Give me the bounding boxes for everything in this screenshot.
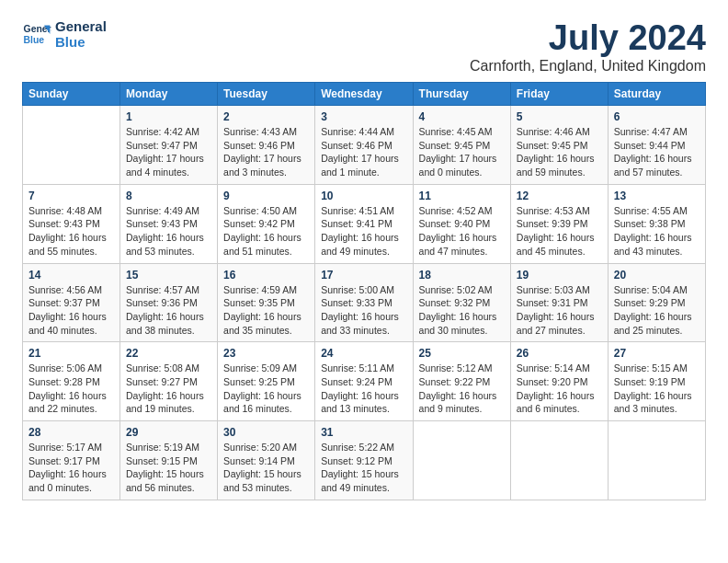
day-info: Sunrise: 5:12 AM Sunset: 9:22 PM Dayligh… — [419, 362, 505, 416]
calendar-cell: 27Sunrise: 5:15 AM Sunset: 9:19 PM Dayli… — [608, 342, 705, 421]
day-info: Sunrise: 4:47 AM Sunset: 9:44 PM Dayligh… — [614, 125, 700, 179]
calendar-cell: 14Sunrise: 4:56 AM Sunset: 9:37 PM Dayli… — [23, 263, 120, 342]
logo-line1: General — [55, 18, 107, 34]
day-info: Sunrise: 4:59 AM Sunset: 9:35 PM Dayligh… — [223, 283, 309, 338]
day-number: 23 — [223, 347, 309, 360]
calendar-week-2: 7Sunrise: 4:48 AM Sunset: 9:43 PM Daylig… — [23, 184, 706, 263]
day-number: 4 — [419, 110, 505, 123]
calendar-cell: 21Sunrise: 5:06 AM Sunset: 9:28 PM Dayli… — [23, 342, 120, 421]
calendar-cell: 15Sunrise: 4:57 AM Sunset: 9:36 PM Dayli… — [120, 263, 218, 342]
location-label: Carnforth, England, United Kingdom — [470, 58, 706, 75]
calendar-cell: 12Sunrise: 4:53 AM Sunset: 9:39 PM Dayli… — [510, 184, 608, 263]
day-number: 26 — [517, 347, 602, 360]
day-info: Sunrise: 4:57 AM Sunset: 9:36 PM Dayligh… — [126, 283, 211, 338]
calendar-cell: 5Sunrise: 4:46 AM Sunset: 9:45 PM Daylig… — [510, 106, 608, 185]
day-number: 19 — [517, 269, 602, 282]
calendar-week-5: 28Sunrise: 5:17 AM Sunset: 9:17 PM Dayli… — [23, 421, 706, 500]
day-number: 5 — [517, 110, 602, 123]
day-number: 8 — [126, 190, 211, 202]
calendar-week-1: 1Sunrise: 4:42 AM Sunset: 9:47 PM Daylig… — [23, 106, 706, 185]
day-number: 21 — [28, 347, 114, 360]
day-info: Sunrise: 5:03 AM Sunset: 9:31 PM Dayligh… — [517, 283, 602, 338]
day-number: 18 — [419, 269, 505, 282]
header-cell-sunday: Sunday — [23, 83, 120, 106]
header: General Blue General Blue July 2024 Carn… — [22, 18, 706, 75]
day-number: 17 — [321, 269, 406, 282]
day-info: Sunrise: 5:20 AM Sunset: 9:14 PM Dayligh… — [223, 441, 309, 495]
calendar-table: SundayMondayTuesdayWednesdayThursdayFrid… — [22, 82, 706, 500]
logo-line2: Blue — [55, 34, 107, 50]
day-number: 11 — [419, 190, 505, 202]
calendar-cell: 18Sunrise: 5:02 AM Sunset: 9:32 PM Dayli… — [413, 263, 510, 342]
calendar-cell: 29Sunrise: 5:19 AM Sunset: 9:15 PM Dayli… — [120, 421, 218, 500]
day-number: 16 — [223, 269, 309, 282]
day-info: Sunrise: 5:11 AM Sunset: 9:24 PM Dayligh… — [321, 362, 406, 416]
header-cell-friday: Friday — [510, 83, 608, 106]
day-number: 30 — [223, 426, 309, 439]
header-cell-monday: Monday — [120, 83, 218, 106]
day-info: Sunrise: 5:08 AM Sunset: 9:27 PM Dayligh… — [126, 362, 211, 416]
calendar-cell: 13Sunrise: 4:55 AM Sunset: 9:38 PM Dayli… — [608, 184, 705, 263]
day-info: Sunrise: 4:49 AM Sunset: 9:43 PM Dayligh… — [126, 204, 211, 259]
calendar-header-row: SundayMondayTuesdayWednesdayThursdayFrid… — [23, 83, 706, 106]
day-info: Sunrise: 4:52 AM Sunset: 9:40 PM Dayligh… — [419, 204, 505, 259]
header-cell-thursday: Thursday — [413, 83, 510, 106]
month-year-title: July 2024 — [470, 18, 706, 58]
day-info: Sunrise: 5:00 AM Sunset: 9:33 PM Dayligh… — [321, 283, 406, 338]
day-number: 20 — [614, 269, 700, 282]
calendar-week-4: 21Sunrise: 5:06 AM Sunset: 9:28 PM Dayli… — [23, 342, 706, 421]
day-info: Sunrise: 4:50 AM Sunset: 9:42 PM Dayligh… — [223, 204, 309, 259]
day-number: 6 — [614, 110, 700, 123]
calendar-cell: 22Sunrise: 5:08 AM Sunset: 9:27 PM Dayli… — [120, 342, 218, 421]
day-info: Sunrise: 4:46 AM Sunset: 9:45 PM Dayligh… — [517, 125, 602, 179]
calendar-cell: 19Sunrise: 5:03 AM Sunset: 9:31 PM Dayli… — [510, 263, 608, 342]
calendar-cell: 6Sunrise: 4:47 AM Sunset: 9:44 PM Daylig… — [608, 106, 705, 185]
day-number: 29 — [126, 426, 211, 439]
calendar-cell: 1Sunrise: 4:42 AM Sunset: 9:47 PM Daylig… — [120, 106, 218, 185]
day-number: 31 — [321, 426, 406, 439]
logo-icon: General Blue — [22, 19, 51, 49]
day-number: 27 — [614, 347, 700, 360]
header-cell-saturday: Saturday — [608, 83, 705, 106]
calendar-cell — [608, 421, 705, 500]
calendar-cell: 9Sunrise: 4:50 AM Sunset: 9:42 PM Daylig… — [218, 184, 315, 263]
day-info: Sunrise: 5:15 AM Sunset: 9:19 PM Dayligh… — [614, 362, 700, 416]
calendar-week-3: 14Sunrise: 4:56 AM Sunset: 9:37 PM Dayli… — [23, 263, 706, 342]
day-info: Sunrise: 4:48 AM Sunset: 9:43 PM Dayligh… — [28, 204, 114, 259]
day-number: 24 — [321, 347, 406, 360]
calendar-cell: 17Sunrise: 5:00 AM Sunset: 9:33 PM Dayli… — [315, 263, 413, 342]
calendar-cell: 7Sunrise: 4:48 AM Sunset: 9:43 PM Daylig… — [23, 184, 120, 263]
header-cell-tuesday: Tuesday — [218, 83, 315, 106]
day-info: Sunrise: 4:44 AM Sunset: 9:46 PM Dayligh… — [321, 125, 406, 179]
day-info: Sunrise: 5:22 AM Sunset: 9:12 PM Dayligh… — [321, 441, 406, 495]
day-info: Sunrise: 4:43 AM Sunset: 9:46 PM Dayligh… — [223, 125, 309, 179]
calendar-cell — [413, 421, 510, 500]
day-info: Sunrise: 5:09 AM Sunset: 9:25 PM Dayligh… — [223, 362, 309, 416]
calendar-cell: 26Sunrise: 5:14 AM Sunset: 9:20 PM Dayli… — [510, 342, 608, 421]
calendar-cell: 23Sunrise: 5:09 AM Sunset: 9:25 PM Dayli… — [218, 342, 315, 421]
day-number: 15 — [126, 269, 211, 282]
day-info: Sunrise: 5:04 AM Sunset: 9:29 PM Dayligh… — [614, 283, 700, 338]
calendar-cell: 28Sunrise: 5:17 AM Sunset: 9:17 PM Dayli… — [23, 421, 120, 500]
svg-text:Blue: Blue — [24, 35, 45, 45]
calendar-cell: 25Sunrise: 5:12 AM Sunset: 9:22 PM Dayli… — [413, 342, 510, 421]
calendar-cell — [510, 421, 608, 500]
day-info: Sunrise: 5:14 AM Sunset: 9:20 PM Dayligh… — [517, 362, 602, 416]
calendar-cell: 24Sunrise: 5:11 AM Sunset: 9:24 PM Dayli… — [315, 342, 413, 421]
day-info: Sunrise: 4:42 AM Sunset: 9:47 PM Dayligh… — [126, 125, 211, 179]
day-number: 3 — [321, 110, 406, 123]
day-info: Sunrise: 4:56 AM Sunset: 9:37 PM Dayligh… — [28, 283, 114, 338]
header-cell-wednesday: Wednesday — [315, 83, 413, 106]
day-number: 25 — [419, 347, 505, 360]
calendar-cell — [23, 106, 120, 185]
calendar-cell: 11Sunrise: 4:52 AM Sunset: 9:40 PM Dayli… — [413, 184, 510, 263]
day-number: 28 — [28, 426, 114, 439]
day-number: 12 — [517, 190, 602, 202]
calendar-cell: 8Sunrise: 4:49 AM Sunset: 9:43 PM Daylig… — [120, 184, 218, 263]
calendar-cell: 31Sunrise: 5:22 AM Sunset: 9:12 PM Dayli… — [315, 421, 413, 500]
day-info: Sunrise: 5:02 AM Sunset: 9:32 PM Dayligh… — [419, 283, 505, 338]
calendar-cell: 10Sunrise: 4:51 AM Sunset: 9:41 PM Dayli… — [315, 184, 413, 263]
day-number: 7 — [28, 190, 114, 202]
day-info: Sunrise: 4:55 AM Sunset: 9:38 PM Dayligh… — [614, 204, 700, 259]
day-info: Sunrise: 5:19 AM Sunset: 9:15 PM Dayligh… — [126, 441, 211, 495]
